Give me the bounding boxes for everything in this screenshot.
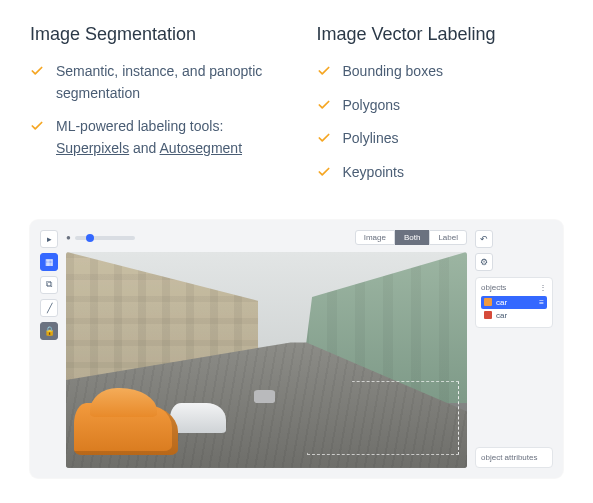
objects-panel: objects ⋮ car ≡ car [475, 277, 553, 328]
scene-car-orange-annotation [74, 403, 178, 455]
objects-panel-title-text: objects [481, 283, 506, 292]
row-menu-icon[interactable]: ≡ [539, 298, 544, 307]
color-swatch [484, 311, 492, 319]
feature-text: ML-powered labeling tools: Superpixels a… [56, 116, 277, 159]
editor-screenshot: ▸ ▦ ⧉ ╱ 🔒 ● Image Both Label [30, 220, 563, 478]
slider-knob[interactable] [86, 234, 94, 242]
feature-list: Semantic, instance, and panoptic segment… [30, 61, 277, 160]
object-row[interactable]: car [481, 309, 547, 322]
more-icon[interactable]: ⋮ [539, 283, 547, 292]
feature-item: ML-powered labeling tools: Superpixels a… [30, 116, 277, 159]
feature-columns: Image Segmentation Semantic, instance, a… [30, 24, 563, 196]
column-segmentation: Image Segmentation Semantic, instance, a… [30, 24, 277, 196]
panel-tools: ↶ ⚙ [475, 230, 553, 271]
feature-item: Bounding boxes [317, 61, 564, 83]
crop-tool-button[interactable]: ⧉ [40, 276, 58, 294]
column-title: Image Vector Labeling [317, 24, 564, 45]
line-tool-button[interactable]: ╱ [40, 299, 58, 317]
checkmark-icon [317, 165, 331, 179]
slider-dot-icon: ● [66, 233, 71, 242]
attributes-panel: object attributes [475, 447, 553, 468]
pointer-tool-button[interactable]: ▸ [40, 230, 58, 248]
feature-text: Bounding boxes [343, 61, 443, 83]
annotation-canvas[interactable] [66, 252, 467, 468]
lock-tool-button[interactable]: 🔒 [40, 322, 58, 340]
objects-panel-title: objects ⋮ [481, 283, 547, 292]
right-panel: ↶ ⚙ objects ⋮ car ≡ car object attribute… [475, 230, 553, 468]
feature-text: Keypoints [343, 162, 404, 184]
canvas-column: ● Image Both Label [66, 230, 467, 468]
checkmark-icon [317, 64, 331, 78]
tab-both[interactable]: Both [395, 230, 429, 245]
checkmark-icon [30, 119, 44, 133]
settings-button[interactable]: ⚙ [475, 253, 493, 271]
column-title: Image Segmentation [30, 24, 277, 45]
attributes-panel-title: object attributes [481, 453, 537, 462]
feature-text: Polylines [343, 128, 399, 150]
rectangle-tool-button[interactable]: ▦ [40, 253, 58, 271]
slider-track[interactable] [75, 236, 135, 240]
scene-car-white [170, 403, 226, 433]
object-row[interactable]: car ≡ [481, 296, 547, 309]
opacity-slider[interactable]: ● [66, 233, 135, 242]
feature-text: Polygons [343, 95, 401, 117]
column-vector-labeling: Image Vector Labeling Bounding boxes Pol… [317, 24, 564, 196]
feature-list: Bounding boxes Polygons Polylines Keypoi… [317, 61, 564, 184]
checkmark-icon [317, 131, 331, 145]
feature-item: Semantic, instance, and panoptic segment… [30, 61, 277, 104]
feature-text-mid: and [129, 140, 159, 156]
feature-text: Semantic, instance, and panoptic segment… [56, 61, 277, 104]
checkmark-icon [317, 98, 331, 112]
feature-item: Keypoints [317, 162, 564, 184]
feature-item: Polygons [317, 95, 564, 117]
canvas-header: ● Image Both Label [66, 230, 467, 246]
color-swatch [484, 298, 492, 306]
object-label: car [496, 311, 507, 320]
view-tabs: Image Both Label [355, 230, 467, 245]
scene-car-distant [254, 390, 274, 403]
tab-label[interactable]: Label [429, 230, 467, 245]
tab-image[interactable]: Image [355, 230, 395, 245]
undo-button[interactable]: ↶ [475, 230, 493, 248]
feature-item: Polylines [317, 128, 564, 150]
object-label: car [496, 298, 507, 307]
feature-text-prefix: ML-powered labeling tools: [56, 118, 223, 134]
superpixels-link[interactable]: Superpixels [56, 140, 129, 156]
checkmark-icon [30, 64, 44, 78]
left-toolbar: ▸ ▦ ⧉ ╱ 🔒 [40, 230, 58, 468]
autosegment-link[interactable]: Autosegment [160, 140, 243, 156]
